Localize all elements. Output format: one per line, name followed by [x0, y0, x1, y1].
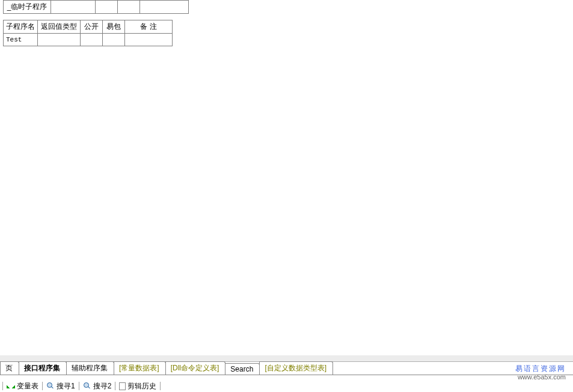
bottom-item-label: 搜寻2 [93, 381, 112, 391]
tab-search[interactable]: Search [225, 363, 260, 375]
cell-public[interactable] [81, 34, 103, 46]
table-row[interactable]: Test [4, 34, 173, 46]
bottom-item-search2[interactable]: 搜寻2 [79, 382, 115, 390]
table-row[interactable]: _临时子程序 [4, 1, 189, 14]
col-return-type: 返回值类型 [38, 20, 81, 34]
bottom-bar: 变量表 搜寻1 搜寻2 剪辑历史 [0, 380, 573, 392]
temp-subroutine-table: _临时子程序 [3, 0, 189, 14]
bottom-item-search1[interactable]: 搜寻1 [42, 382, 79, 390]
tab-interface-set[interactable]: 接口程序集 [19, 361, 67, 375]
cell-col5[interactable] [140, 1, 189, 14]
bottom-item-vars[interactable]: 变量表 [2, 382, 42, 390]
editor-tabs-bar: 页 接口程序集 辅助程序集 [常量数据表] [Dll命令定义表] Search … [0, 355, 573, 375]
tab-helper-set[interactable]: 辅助程序集 [66, 361, 114, 375]
tab-dll-cmd-table[interactable]: [Dll命令定义表] [165, 361, 226, 375]
tab-custom-type-table[interactable]: [自定义数据类型表] [259, 361, 333, 375]
cell-col2[interactable] [51, 1, 96, 14]
bottom-item-label: 剪辑历史 [127, 381, 156, 391]
cell-easypack[interactable] [103, 34, 125, 46]
bottom-item-label: 变量表 [17, 381, 38, 391]
watermark-title: 易语言资源网 [515, 364, 566, 373]
cell-return-type[interactable] [38, 34, 81, 46]
cell-col4[interactable] [118, 1, 140, 14]
tabs-row: 页 接口程序集 辅助程序集 [常量数据表] [Dll命令定义表] Search … [0, 363, 573, 375]
vars-icon [7, 382, 15, 390]
col-easypack: 易包 [103, 20, 125, 34]
bottom-item-clip-history[interactable]: 剪辑历史 [115, 382, 161, 390]
tab-const-table[interactable]: [常量数据表] [114, 361, 166, 375]
subroutine-table: 子程序名 返回值类型 公开 易包 备 注 Test [3, 20, 173, 46]
table-header-row: 子程序名 返回值类型 公开 易包 备 注 [4, 20, 173, 34]
watermark: 易语言资源网 www.e5a5x.com [515, 364, 566, 381]
cell-col3[interactable] [96, 1, 118, 14]
col-remark: 备 注 [125, 20, 173, 34]
tab-page[interactable]: 页 [0, 361, 19, 375]
search-icon [83, 382, 91, 390]
cell-name[interactable]: _临时子程序 [4, 1, 51, 14]
bottom-item-label: 搜寻1 [57, 381, 75, 391]
cell-sub-name[interactable]: Test [4, 34, 38, 46]
document-icon [119, 382, 126, 390]
col-public: 公开 [81, 20, 103, 34]
cell-remark[interactable] [125, 34, 173, 46]
col-sub-name: 子程序名 [4, 20, 38, 34]
search-icon [46, 382, 55, 390]
